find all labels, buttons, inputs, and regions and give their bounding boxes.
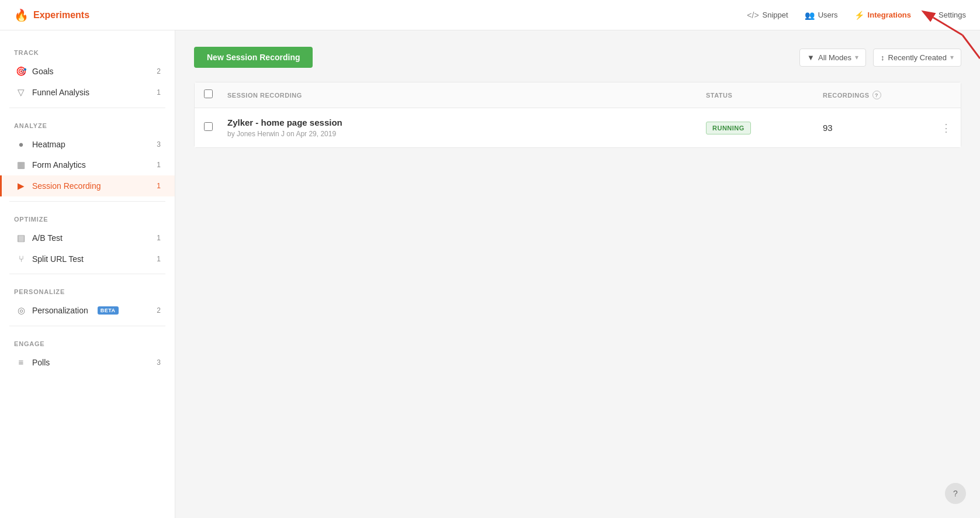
top-nav: 🔥 Experiments </> Snippet 👥 Users ⚡ Inte… <box>0 0 980 30</box>
row-kebab-menu-button[interactable]: ⋮ <box>941 122 951 134</box>
recently-created-dropdown[interactable]: ↕ Recently Created ▾ <box>873 49 961 67</box>
sort-icon: ↕ <box>881 53 885 62</box>
help-float-button[interactable]: ? <box>945 483 966 504</box>
toolbar-right: ▼ All Modes ▾ ↕ Recently Created ▾ <box>799 49 961 67</box>
users-icon: 👥 <box>805 11 815 20</box>
filter-icon: ▼ <box>807 53 815 62</box>
nav-users-label: Users <box>818 11 838 19</box>
polls-icon: ≡ <box>16 357 26 367</box>
sidebar-item-polls-label: Polls <box>32 358 50 367</box>
sidebar-item-split-url-test[interactable]: ⑂ Split URL Test 1 <box>0 248 175 269</box>
recently-created-label: Recently Created <box>888 53 947 62</box>
sidebar-item-form-analytics-label: Form Analytics <box>32 160 86 170</box>
sidebar-divider-3 <box>9 274 165 274</box>
nav-settings[interactable]: ⚙ Settings <box>927 11 966 20</box>
sidebar-section-track: TRACK <box>0 40 175 61</box>
ab-test-count: 1 <box>157 234 161 242</box>
row-select-checkbox[interactable] <box>204 122 213 131</box>
sidebar-item-heatmap-label: Heatmap <box>32 140 65 149</box>
split-url-icon: ⑂ <box>16 254 26 264</box>
session-recording-table: SESSION RECORDING STATUS RECORDINGS ? Zy… <box>194 82 961 148</box>
sidebar-divider-1 <box>9 108 165 108</box>
header-checkbox-cell <box>204 89 227 101</box>
layout: TRACK 🎯 Goals 2 ▽ Funnel Analysis 1 ANAL… <box>0 30 980 518</box>
brand-label: Experiments <box>33 10 89 20</box>
all-modes-chevron: ▾ <box>855 53 858 61</box>
sidebar-divider-2 <box>9 201 165 202</box>
main-content: New Session Recording ▼ All Modes ▾ ↕ Re… <box>175 30 980 518</box>
settings-icon: ⚙ <box>927 11 935 20</box>
column-recordings: RECORDINGS ? <box>823 91 928 99</box>
heatmap-count: 3 <box>157 140 161 149</box>
brand-icon: 🔥 <box>14 8 29 22</box>
sidebar-divider-4 <box>9 326 165 326</box>
recordings-help-icon[interactable]: ? <box>872 91 881 99</box>
row-actions-cell: ⋮ <box>928 122 951 134</box>
sidebar: TRACK 🎯 Goals 2 ▽ Funnel Analysis 1 ANAL… <box>0 30 175 518</box>
sidebar-item-goals[interactable]: 🎯 Goals 2 <box>0 61 175 82</box>
svg-line-2 <box>962 35 980 58</box>
nav-integrations[interactable]: ⚡ Integrations <box>854 11 911 20</box>
sidebar-item-heatmap[interactable]: ● Heatmap 3 <box>0 134 175 154</box>
form-analytics-icon: ▦ <box>16 160 26 170</box>
row-recordings-cell: 93 <box>823 123 928 133</box>
select-all-checkbox[interactable] <box>204 89 213 98</box>
goals-count: 2 <box>157 67 161 75</box>
integrations-icon: ⚡ <box>854 11 864 20</box>
nav-integrations-label: Integrations <box>868 11 911 19</box>
sidebar-item-split-url-label: Split URL Test <box>32 254 84 264</box>
beta-badge: BETA <box>98 306 119 315</box>
nav-users[interactable]: 👥 Users <box>805 11 838 20</box>
sidebar-item-funnel-label: Funnel Analysis <box>32 88 89 97</box>
toolbar: New Session Recording ▼ All Modes ▾ ↕ Re… <box>194 47 961 68</box>
session-recording-title[interactable]: Zylker - home page session <box>227 118 706 127</box>
status-badge: RUNNING <box>706 122 751 134</box>
sidebar-item-ab-test-label: A/B Test <box>32 233 63 243</box>
sidebar-section-optimize: OPTIMIZE <box>0 206 175 227</box>
sidebar-section-engage: ENGAGE <box>0 331 175 352</box>
sidebar-item-polls[interactable]: ≡ Polls 3 <box>0 352 175 372</box>
nav-snippet[interactable]: </> Snippet <box>747 11 788 20</box>
row-checkbox-cell <box>204 122 227 133</box>
new-session-recording-button[interactable]: New Session Recording <box>194 47 313 68</box>
svg-line-0 <box>933 30 962 35</box>
personalization-icon: ◎ <box>16 305 26 316</box>
row-status-cell: RUNNING <box>706 122 823 134</box>
personalization-count: 2 <box>157 306 161 315</box>
column-session-recording: SESSION RECORDING <box>227 92 706 99</box>
split-url-count: 1 <box>157 255 161 263</box>
heatmap-icon: ● <box>16 139 26 149</box>
nav-settings-label: Settings <box>939 11 966 19</box>
sidebar-item-personalization[interactable]: ◎ Personalization BETA 2 <box>0 300 175 321</box>
all-modes-label: All Modes <box>818 53 851 62</box>
sidebar-item-goals-label: Goals <box>32 67 54 76</box>
sidebar-item-session-recording[interactable]: ▶ Session Recording 1 <box>0 175 175 196</box>
table-header: SESSION RECORDING STATUS RECORDINGS ? <box>195 82 961 108</box>
session-recording-subtitle: by Jones Herwin J on Apr 29, 2019 <box>227 130 706 138</box>
sidebar-item-form-analytics[interactable]: ▦ Form Analytics 1 <box>0 154 175 175</box>
form-analytics-count: 1 <box>157 161 161 169</box>
session-recording-icon: ▶ <box>16 181 26 191</box>
goals-icon: 🎯 <box>16 66 26 77</box>
snippet-icon: </> <box>747 11 759 20</box>
all-modes-dropdown[interactable]: ▼ All Modes ▾ <box>799 49 866 67</box>
sidebar-section-analyze: ANALYZE <box>0 113 175 134</box>
table-row: Zylker - home page session by Jones Herw… <box>195 108 961 147</box>
nav-snippet-label: Snippet <box>763 11 788 19</box>
brand-logo[interactable]: 🔥 Experiments <box>14 8 89 22</box>
polls-count: 3 <box>157 358 161 367</box>
sidebar-item-ab-test[interactable]: ▤ A/B Test 1 <box>0 227 175 248</box>
sidebar-item-session-recording-label: Session Recording <box>32 181 101 191</box>
sidebar-item-funnel-analysis[interactable]: ▽ Funnel Analysis 1 <box>0 82 175 103</box>
recently-created-chevron: ▾ <box>950 53 954 61</box>
funnel-icon: ▽ <box>16 87 26 98</box>
ab-test-icon: ▤ <box>16 233 26 243</box>
session-recording-count: 1 <box>157 182 161 190</box>
column-status: STATUS <box>706 92 823 99</box>
sidebar-item-personalization-label: Personalization <box>32 306 88 315</box>
funnel-count: 1 <box>157 88 161 96</box>
sidebar-section-personalize: PERSONALIZE <box>0 279 175 300</box>
row-name-cell: Zylker - home page session by Jones Herw… <box>227 118 706 138</box>
top-nav-links: </> Snippet 👥 Users ⚡ Integrations ⚙ Set… <box>747 11 966 20</box>
